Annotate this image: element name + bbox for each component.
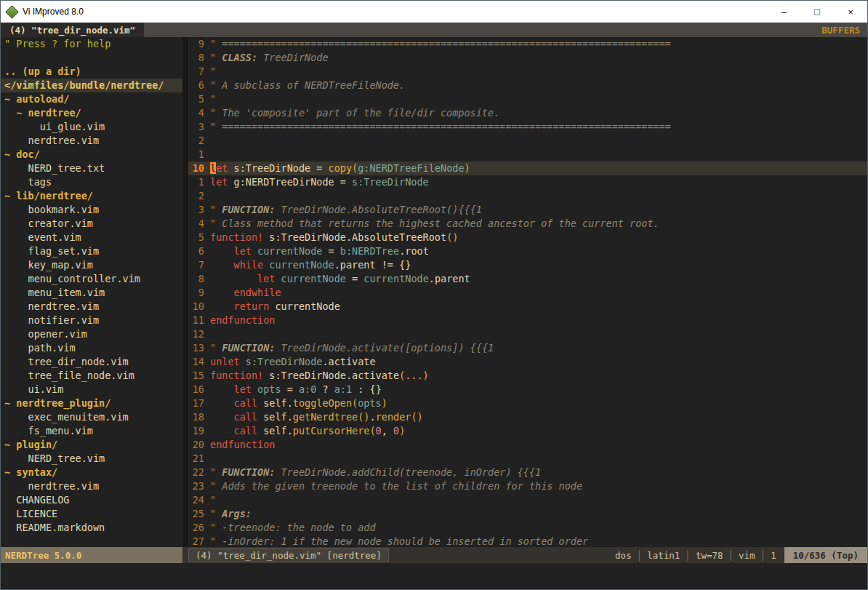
code-line-current[interactable]: 10let s:TreeDirNode = copy(g:NERDTreeFil… (188, 162, 867, 175)
code-line[interactable]: 5function! s:TreeDirNode.AbsoluteTreeRoo… (188, 231, 867, 244)
code-line[interactable]: 17 call self.toggleOpen(opts) (188, 396, 867, 410)
vertical-split-handle[interactable] (182, 37, 188, 547)
code-line[interactable]: 7 while currentNode.parent != {} (188, 258, 867, 272)
tree-item-dir[interactable]: ~ syntax/ (4, 466, 182, 479)
line-number: 26 (188, 521, 210, 535)
tree-item-dir[interactable]: ~ plugin/ (4, 438, 182, 452)
line-text: call self.putCursorHere(0, 0) (210, 424, 867, 438)
tree-item-file[interactable]: nerdtree.vim (4, 134, 182, 148)
tree-item-file[interactable]: fs_menu.vim (4, 424, 182, 438)
line-text: " (210, 92, 867, 106)
code-line[interactable]: 26" -treenode: the node to add (188, 521, 867, 535)
tree-item-file[interactable]: tags (4, 175, 182, 189)
code-line[interactable]: 4" Class method that returns the highest… (188, 217, 867, 231)
code-line[interactable]: 4" The 'composite' part of the file/dir … (188, 106, 867, 120)
line-number: 2 (188, 134, 210, 148)
code-line[interactable]: 10 return currentNode (188, 300, 867, 314)
tree-item-updir[interactable]: .. (up a dir) (4, 65, 182, 79)
code-line[interactable]: 20endfunction (188, 438, 867, 452)
tree-item-file[interactable]: exec_menuitem.vim (4, 410, 182, 424)
tree-item-file[interactable]: tree_file_node.vim (4, 369, 182, 383)
title-bar[interactable]: Vi IMproved 8.0 – □ × (1, 1, 867, 23)
statusline-position: 10/636 (Top) (784, 547, 867, 563)
tree-item-dir[interactable]: ~ lib/nerdtree/ (4, 189, 182, 203)
tree-item-file[interactable]: event.vim (4, 231, 182, 244)
line-text: " FUNCTION: TreeDirNode.activate([option… (210, 341, 867, 355)
tabline-fill (144, 23, 814, 37)
line-number: 4 (188, 217, 210, 231)
statusline-item: latin1 (642, 547, 685, 563)
tree-item-file[interactable]: NERD_tree.txt (4, 162, 182, 175)
tree-item-file[interactable]: CHANGELOG (4, 493, 182, 507)
code-line[interactable]: 9 endwhile (188, 286, 867, 300)
code-line[interactable]: 2 (188, 189, 867, 203)
code-line[interactable]: 14unlet s:TreeDirNode.activate (188, 355, 867, 369)
vim-icon (5, 5, 18, 18)
statusline-separator: │ (728, 547, 734, 563)
code-line[interactable]: 6 let currentNode = b:NERDTree.root (188, 244, 867, 258)
tree-item-file[interactable]: README.markdown (4, 521, 182, 535)
tree-item-root[interactable]: </vimfiles/bundle/nerdtree/ (1, 79, 182, 92)
command-line[interactable] (1, 563, 867, 589)
code-line[interactable]: 12 (188, 327, 867, 341)
line-number: 8 (188, 272, 210, 286)
tree-item-dir[interactable]: ~ doc/ (4, 148, 182, 162)
tree-item-file[interactable]: ui.vim (4, 383, 182, 396)
minimize-button[interactable]: – (767, 1, 800, 23)
statusline: NERDTree 5.0.0 (4) "tree_dir_node.vim" [… (1, 547, 867, 563)
code-line[interactable]: 15function! s:TreeDirNode.activate(...) (188, 369, 867, 383)
maximize-button[interactable]: □ (800, 1, 834, 23)
tree-item-dir[interactable]: ~ nerdtree_plugin/ (4, 396, 182, 410)
tab-tree-dir-node[interactable]: (4) "tree_dir_node.vim" (1, 23, 144, 37)
code-line[interactable]: 8 let currentNode = currentNode.parent (188, 272, 867, 286)
code-line[interactable]: 5" (188, 92, 867, 106)
code-line[interactable]: 16 let opts = a:0 ? a:1 : {} (188, 383, 867, 396)
tree-item-file[interactable]: creator.vim (4, 217, 182, 231)
tree-item-file[interactable]: key_map.vim (4, 258, 182, 272)
tree-item-file[interactable]: menu_controller.vim (4, 272, 182, 286)
tree-item-file[interactable]: bookmark.vim (4, 203, 182, 217)
code-line[interactable]: 19 call self.putCursorHere(0, 0) (188, 424, 867, 438)
code-line[interactable]: 2 (188, 134, 867, 148)
line-text (210, 452, 867, 466)
code-line[interactable]: 9" =====================================… (188, 37, 867, 51)
tree-item-file[interactable]: menu_item.vim (4, 286, 182, 300)
tree-item-file[interactable]: tree_dir_node.vim (4, 355, 182, 369)
line-number: 7 (188, 65, 210, 79)
tree-item-dir[interactable]: ~ nerdtree/ (4, 106, 182, 120)
tree-item-file[interactable]: flag_set.vim (4, 244, 182, 258)
tree-item-file[interactable]: ui_glue.vim (4, 120, 182, 134)
statusline-file-info: (4) "tree_dir_node.vim" [nerdtree] (188, 548, 389, 562)
code-line[interactable]: 27" -inOrder: 1 if the new node should b… (188, 535, 867, 547)
code-line[interactable]: 1 (188, 148, 867, 162)
tree-item-file[interactable]: NERD_tree.vim (4, 452, 182, 466)
code-line[interactable]: 13" FUNCTION: TreeDirNode.activate([opti… (188, 341, 867, 355)
code-line[interactable]: 22" FUNCTION: TreeDirNode.addChild(treen… (188, 466, 867, 479)
code-line[interactable]: 6" A subclass of NERDTreeFileNode. (188, 79, 867, 92)
tree-item-file[interactable]: nerdtree.vim (4, 479, 182, 493)
tree-item-file[interactable]: opener.vim (4, 327, 182, 341)
code-line[interactable]: 25" Args: (188, 507, 867, 521)
code-line[interactable]: 18 call self.getNerdtree().render() (188, 410, 867, 424)
code-line[interactable]: 24" (188, 493, 867, 507)
editor-pane: 9" =====================================… (188, 37, 867, 547)
tree-item-file[interactable]: path.vim (4, 341, 182, 355)
line-number: 3 (188, 203, 210, 217)
tree-item-file[interactable]: nerdtree.vim (4, 300, 182, 314)
code-line[interactable]: 3" FUNCTION: TreeDirNode.AbsoluteTreeRoo… (188, 203, 867, 217)
tree-item-file[interactable]: LICENCE (4, 507, 182, 521)
code-line[interactable]: 23" Adds the given treenode to the list … (188, 479, 867, 493)
code-line[interactable]: 21 (188, 452, 867, 466)
tree-item-help[interactable]: " Press ? for help (4, 37, 182, 51)
code-line[interactable]: 3" =====================================… (188, 120, 867, 134)
code-line[interactable]: 1let g:NERDTreeDirNode = s:TreeDirNode (188, 175, 867, 189)
code-line[interactable]: 7" (188, 65, 867, 79)
code-line[interactable]: 11endfunction (188, 314, 867, 327)
statusline-main: (4) "tree_dir_node.vim" [nerdtree] dos│l… (182, 547, 867, 563)
line-number: 11 (188, 314, 210, 327)
tree-item-file[interactable]: notifier.vim (4, 314, 182, 327)
line-text (210, 134, 867, 148)
close-button[interactable]: × (834, 1, 867, 23)
tree-item-dir[interactable]: ~ autoload/ (4, 92, 182, 106)
code-line[interactable]: 8" CLASS: TreeDirNode (188, 51, 867, 65)
